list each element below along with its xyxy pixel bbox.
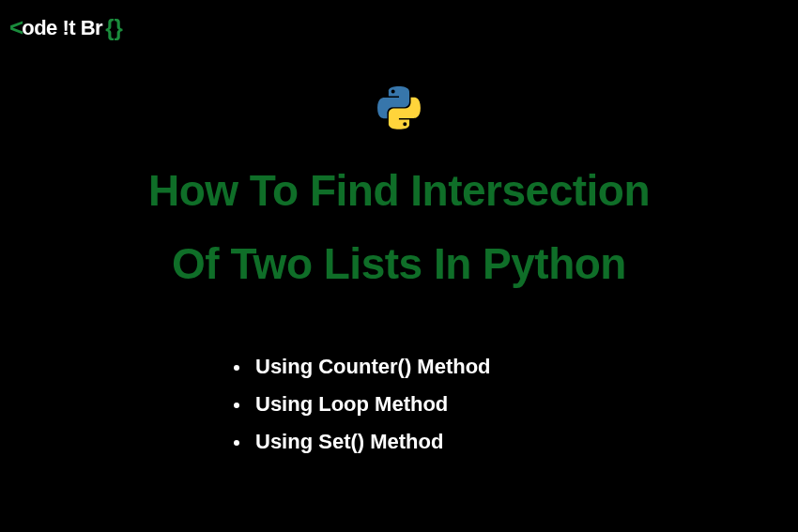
python-logo-icon	[377, 86, 421, 133]
page-title: How To Find Intersection Of Two Lists In…	[0, 154, 798, 300]
methods-list: Using Counter() Method Using Loop Method…	[252, 355, 491, 467]
logo-text: ode !t Br	[22, 16, 102, 40]
list-item: Using Loop Method	[252, 392, 491, 417]
logo-braces-icon: {}	[105, 15, 123, 41]
list-item: Using Counter() Method	[252, 355, 491, 379]
title-line-2: Of Two Lists In Python	[0, 227, 798, 300]
site-logo: < ode !t Br {}	[9, 13, 123, 42]
title-line-1: How To Find Intersection	[0, 154, 798, 227]
list-item: Using Set() Method	[252, 430, 491, 454]
